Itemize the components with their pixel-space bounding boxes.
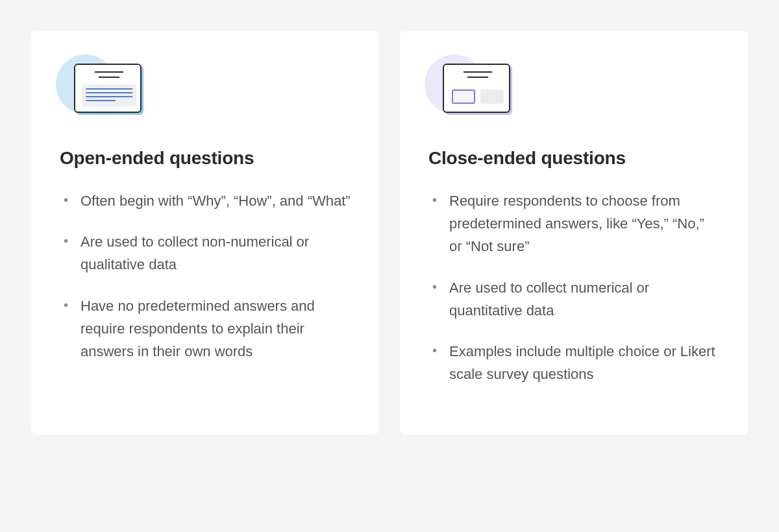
card-open-ended: Open-ended questions Often begin with “W… <box>31 31 379 435</box>
comparison-container: Open-ended questions Often begin with “W… <box>31 31 748 435</box>
list-item: Often begin with “Why”, “How”, and “What… <box>60 189 351 212</box>
close-ended-form-icon <box>428 57 719 119</box>
list-item: Have no predetermined answers and requir… <box>60 295 351 363</box>
card-close-ended: Close-ended questions Require respondent… <box>400 31 748 435</box>
list-item: Examples include multiple choice or Like… <box>428 340 719 385</box>
card-title-close: Close-ended questions <box>428 148 719 169</box>
card-title-open: Open-ended questions <box>60 148 351 169</box>
bullet-list-close: Require respondents to choose from prede… <box>428 189 719 385</box>
list-item: Require respondents to choose from prede… <box>428 189 719 258</box>
open-ended-form-icon <box>60 57 351 119</box>
bullet-list-open: Often begin with “Why”, “How”, and “What… <box>60 189 351 363</box>
list-item: Are used to collect non-numerical or qua… <box>60 230 351 276</box>
list-item: Are used to collect numerical or quantit… <box>428 276 719 322</box>
